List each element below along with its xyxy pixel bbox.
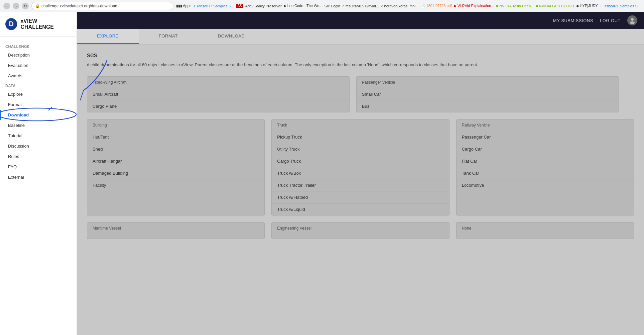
svg-text:D: D [9, 20, 14, 27]
bookmark-leetcode[interactable]: ▶ LeetCode - The Wo... [284, 4, 323, 8]
sidebar-logo: D xVIEW CHALLENGE [0, 12, 77, 36]
content-inner: ses d child denominations for all 60 obj… [77, 45, 644, 335]
section-label-challenge: CHALLENGE [0, 42, 77, 50]
section-label-data: DATA [0, 81, 77, 89]
category-header-passenger-vehicle: Passenger Vehicle [357, 77, 619, 88]
category-header-engineering-vessel: Engineering Vessel [272, 223, 449, 234]
bookmark-sip[interactable]: SIP Login [324, 4, 340, 8]
my-submissions-link[interactable]: MY SUBMISSIONS [553, 18, 593, 23]
bookmark-horovod[interactable]: ○ horovod/keras_mni... [381, 4, 418, 8]
bookmark-tensorrt[interactable]: T TensorRT Samples S... [193, 4, 234, 8]
item-facility: Facility [87, 179, 264, 191]
bookmarks-bar: ▮▮▮ Apps T TensorRT Samples S... AS Arxi… [176, 4, 641, 8]
item-cargo-car: Cargo Car [457, 143, 634, 155]
sidebar-item-explore[interactable]: Explore [0, 89, 77, 99]
item-bus: Bus [357, 100, 619, 112]
tab-format[interactable]: FORMAT [139, 29, 198, 44]
item-cargo-plane: Cargo Plane [87, 100, 349, 112]
bookmark-vid2vid[interactable]: ▶ Vid2Vid Explaination... [454, 4, 494, 8]
item-passenger-car: Passenger Car [457, 131, 634, 143]
page-subtitle: ses [87, 51, 634, 59]
category-card-truck: Truck Pickup Truck Utility Truck Cargo T… [271, 119, 449, 216]
bookmark-pdf[interactable]: 📄 1804.07723.pdf [420, 4, 452, 8]
bookmark-tensorrt2[interactable]: T TensorRT Samples S... [600, 4, 641, 8]
sidebar-item-format[interactable]: Format [0, 99, 77, 110]
category-card-railway-vehicle: Railway Vehicle Passenger Car Cargo Car … [456, 119, 634, 216]
item-truck-wbox: Truck w/Box [272, 167, 449, 179]
category-header-building: Building [87, 119, 264, 131]
category-row-3: Maritime Vessel Engineering Vessel None [87, 222, 634, 239]
bookmark-results[interactable]: ○ results/v0.5.0/nvidi... [342, 4, 379, 8]
logo-icon: D [5, 18, 17, 30]
tab-explore[interactable]: EXPLORE [77, 29, 139, 44]
category-card-fixed-wing: Fixed-Wing Aircraft Small Aircraft Cargo… [87, 76, 350, 112]
item-pickup-truck: Pickup Truck [272, 131, 449, 143]
sidebar-item-description[interactable]: Description [0, 50, 77, 60]
reload-button[interactable]: ↻ [22, 3, 29, 9]
category-items-truck: Pickup Truck Utility Truck Cargo Truck T… [272, 131, 449, 215]
item-small-car: Small Car [357, 88, 619, 100]
top-nav: MY SUBMISSIONS LOG OUT [77, 12, 644, 29]
item-aircraft-hangar: Aircraft Hangar [87, 155, 264, 167]
bookmark-nvidia-tesla[interactable]: ■ NVIDIA Tesla Deep... [496, 4, 534, 8]
sidebar-item-awards[interactable]: Awards [0, 71, 77, 81]
item-tank-car: Tank Car [457, 167, 634, 179]
item-truck-tractor-trailer: Truck Tractor Trailer [272, 179, 449, 191]
sidebar-item-download[interactable]: Download [0, 110, 77, 120]
log-out-link[interactable]: LOG OUT [600, 18, 621, 23]
forward-button[interactable]: → [13, 3, 19, 9]
item-shed: Shed [87, 143, 264, 155]
category-items-passenger-vehicle: Small Car Bus [357, 88, 619, 112]
item-hut-tent: Hut/Tent [87, 131, 264, 143]
item-truck-wliquid: Truck w/Liquid [272, 203, 449, 215]
item-locomotive: Locomotive [457, 179, 634, 191]
browser-bar: ← → ↻ 🔒 challenge.xviewdataset.org/data-… [0, 0, 644, 12]
category-header-truck: Truck [272, 119, 449, 131]
item-utility-truck: Utility Truck [272, 143, 449, 155]
category-header-fixed-wing: Fixed-Wing Aircraft [87, 77, 349, 88]
category-items-fixed-wing: Small Aircraft Cargo Plane [87, 88, 349, 112]
sidebar-item-external[interactable]: External [0, 172, 77, 182]
bookmark-apps[interactable]: ▮▮▮ Apps [176, 4, 191, 8]
page-description: d child denominations for all 60 object … [87, 62, 634, 68]
sidebar: D xVIEW CHALLENGE CHALLENGE Description … [0, 12, 77, 335]
bookmark-nvidia-gpu[interactable]: ■ NVIDIA GPU CLOUD [536, 4, 574, 8]
content-area: MY SUBMISSIONS LOG OUT EXPLORE FORMAT DO… [77, 12, 644, 335]
url-bar[interactable]: 🔒 challenge.xviewdataset.org/data-downlo… [31, 2, 173, 10]
back-button[interactable]: ← [3, 3, 10, 9]
category-card-maritime-vessel: Maritime Vessel [87, 222, 265, 239]
svg-point-6 [630, 21, 635, 24]
sidebar-item-tutorial[interactable]: Tutorial [0, 131, 77, 141]
tab-download[interactable]: DOWNLOAD [198, 29, 265, 44]
item-truck-wflatbed: Truck w/Flatbed [272, 191, 449, 203]
logo-text: xVIEW CHALLENGE [20, 18, 71, 30]
page-content: ses d child denominations for all 60 obj… [77, 45, 644, 335]
category-card-building: Building Hut/Tent Shed Aircraft Hangar D… [87, 119, 265, 216]
user-avatar[interactable] [627, 15, 637, 25]
item-cargo-truck: Cargo Truck [272, 155, 449, 167]
tabs-bar: EXPLORE FORMAT DOWNLOAD [77, 29, 644, 45]
bookmark-hypjudy[interactable]: ◆ HYP|JUDY [576, 4, 598, 8]
sidebar-item-baseline[interactable]: Baseline [0, 120, 77, 131]
sidebar-item-faq[interactable]: FAQ [0, 162, 77, 172]
item-flat-car: Flat Car [457, 155, 634, 167]
category-header-maritime-vessel: Maritime Vessel [87, 223, 264, 234]
category-items-building: Hut/Tent Shed Aircraft Hangar Damaged Bu… [87, 131, 264, 191]
sidebar-item-rules[interactable]: Rules [0, 151, 77, 162]
bookmark-arxiv-label[interactable]: Arxiv Sanity Preserver [245, 4, 282, 8]
category-header-none: None [457, 223, 634, 234]
url-text: challenge.xviewdataset.org/data-download [41, 4, 117, 8]
category-card-passenger-vehicle: Passenger Vehicle Small Car Bus [356, 76, 619, 112]
category-row-1: Fixed-Wing Aircraft Small Aircraft Cargo… [87, 76, 634, 112]
svg-point-5 [631, 18, 634, 21]
bookmark-arxiv[interactable]: AS [236, 4, 243, 8]
category-header-railway-vehicle: Railway Vehicle [457, 119, 634, 131]
category-card-engineering-vessel: Engineering Vessel [271, 222, 449, 239]
item-small-aircraft: Small Aircraft [87, 88, 349, 100]
sidebar-item-evaluation[interactable]: Evaluation [0, 60, 77, 71]
category-card-none: None [456, 222, 634, 239]
app-container: D xVIEW CHALLENGE CHALLENGE Description … [0, 12, 644, 335]
category-row-2: Building Hut/Tent Shed Aircraft Hangar D… [87, 119, 634, 216]
sidebar-item-discussion[interactable]: Discussion [0, 141, 77, 151]
sidebar-nav: CHALLENGE Description Evaluation Awards … [0, 36, 77, 335]
